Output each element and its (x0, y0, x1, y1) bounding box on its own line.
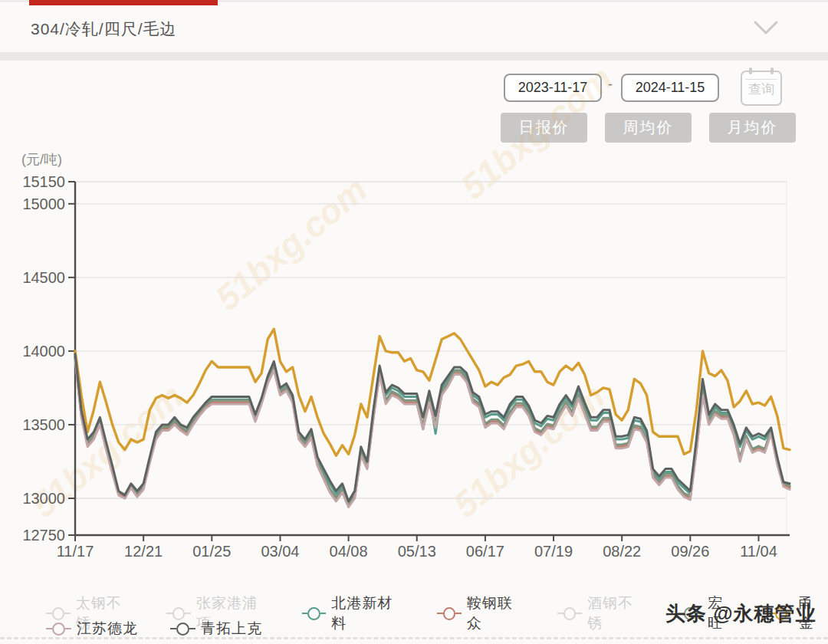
series-line-宏旺 (75, 355, 790, 504)
legend-marker-line (557, 613, 564, 614)
legend-marker-line (576, 613, 582, 614)
y-tick-label: 15150 (22, 173, 65, 190)
legend-marker-circle-icon (564, 607, 576, 620)
legend-marker-circle-icon (172, 607, 185, 620)
legend-marker-line (455, 613, 462, 614)
site-watermark: 51bxg.com (453, 58, 620, 207)
legend-marker-circle-icon (52, 623, 65, 636)
bottom-divider (0, 637, 828, 639)
legend-marker-line (46, 628, 52, 629)
y-tick-label: 14000 (22, 343, 65, 360)
x-tick-label: 01/25 (192, 543, 231, 560)
legend-marker-circle-icon (176, 623, 189, 636)
legend-marker-line (320, 613, 327, 614)
legend-marker-circle-icon (52, 607, 64, 620)
x-tick-label: 11/17 (57, 543, 94, 560)
legend-label: 青拓上克 (201, 619, 262, 639)
y-tick-label: 12750 (22, 527, 65, 544)
x-tick-label: 11/04 (740, 543, 777, 560)
toutiao-watermark: 头条 @永穗管业 (665, 600, 826, 627)
x-tick-label: 08/22 (603, 543, 641, 560)
legend-marker-line (65, 628, 71, 629)
x-tick-label: 06/17 (466, 543, 504, 560)
legend-item-江苏德龙[interactable]: 江苏德龙 (46, 619, 138, 639)
legend-marker-circle-icon (443, 607, 455, 620)
x-tick-label: 09/26 (671, 543, 709, 560)
x-tick-label: 04/08 (330, 543, 368, 560)
legend-item-鞍钢联众[interactable]: 鞍钢联众 (437, 593, 525, 633)
legend-item-青拓上克[interactable]: 青拓上克 (170, 619, 262, 639)
x-tick-label: 12/21 (124, 543, 163, 560)
legend-label: 北港新材料 (331, 593, 405, 633)
legend-marker-line (189, 628, 196, 629)
price-chart: 51bxg.com51bxg.com51bxg.com51bxg.com1515… (0, 0, 828, 644)
legend-marker-line (302, 613, 308, 614)
legend-marker-line (46, 613, 52, 614)
legend-marker-line (64, 613, 71, 614)
site-watermark: 51bxg.com (208, 169, 375, 318)
legend-item-酒钢不锈[interactable]: 酒钢不锈 (557, 593, 646, 633)
series-line-甬金 (75, 329, 790, 455)
legend-label: 酒钢不锈 (587, 593, 646, 633)
x-tick-label: 03/04 (261, 543, 299, 560)
legend-marker-line (170, 628, 176, 629)
legend-label: 江苏德龙 (77, 619, 138, 639)
legend-marker-line (437, 613, 443, 614)
x-tick-label: 07/19 (534, 543, 573, 560)
y-tick-label: 14500 (22, 269, 65, 286)
legend-label: 鞍钢联众 (467, 593, 525, 633)
x-tick-label: 05/13 (398, 543, 436, 560)
legend-item-北港新材料[interactable]: 北港新材料 (302, 593, 405, 633)
legend-marker-circle-icon (307, 607, 320, 620)
y-tick-label: 13500 (22, 416, 65, 433)
legend-marker-line (166, 613, 172, 614)
y-tick-label: 15000 (22, 196, 65, 212)
chart-legend-row-2: 江苏德龙青拓上克 (46, 619, 262, 639)
y-tick-label: 13000 (22, 490, 65, 507)
legend-marker-line (185, 613, 191, 614)
